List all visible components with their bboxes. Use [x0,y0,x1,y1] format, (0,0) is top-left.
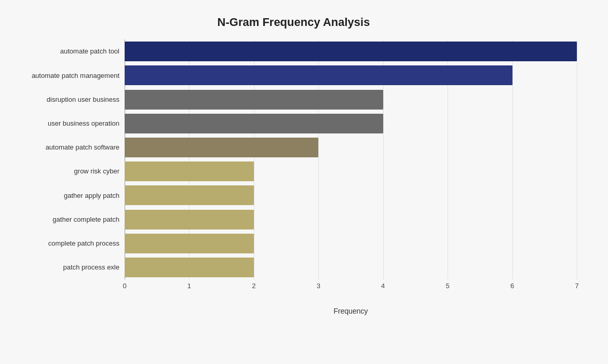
bar [125,234,254,253]
y-label: patch process exle [10,255,119,279]
bar-row [125,183,577,207]
bar-row [125,112,577,136]
bar [125,42,577,61]
bar-row [125,87,577,111]
grid-and-bars: automate patch toolautomate patch manage… [10,39,577,279]
bar [125,114,383,133]
x-tick: 2 [252,282,255,290]
x-tick: 3 [317,282,320,290]
y-label: complete patch process [10,232,119,255]
x-tick: 7 [575,282,578,290]
y-label: automate patch tool [10,39,119,63]
x-axis: 01234567 [125,282,577,292]
bar-row [125,63,577,87]
y-label: automate patch management [10,63,119,87]
bar [125,90,383,110]
y-label: gather apply patch [10,183,119,207]
bar-row [125,39,577,63]
bars-section [125,39,577,279]
y-label: gather complete patch [10,207,119,231]
x-tick: 1 [187,282,191,290]
chart-area: automate patch toolautomate patch manage… [10,39,577,315]
bar [125,138,318,157]
bar [125,161,254,181]
bar-row [125,255,577,279]
y-label: automate patch software [10,136,119,159]
bar [125,210,254,230]
bar-row [125,232,577,255]
x-tick: 4 [381,282,385,290]
y-label: grow risk cyber [10,159,119,183]
bar-row [125,159,577,183]
y-labels: automate patch toolautomate patch manage… [10,39,125,279]
bar [125,65,512,85]
grid-line [577,39,577,279]
bar [125,258,254,277]
bar [125,185,254,205]
chart-container: N-Gram Frequency Analysis automate patch… [0,0,608,364]
y-label: disruption user business [10,87,119,111]
bar-row [125,207,577,231]
x-axis-label: Frequency [125,307,577,315]
chart-title: N-Gram Frequency Analysis [10,16,577,29]
x-tick: 6 [510,282,514,290]
x-tick: 0 [123,282,126,290]
y-label: user business operation [10,112,119,136]
x-tick: 5 [446,282,450,290]
bar-row [125,136,577,159]
